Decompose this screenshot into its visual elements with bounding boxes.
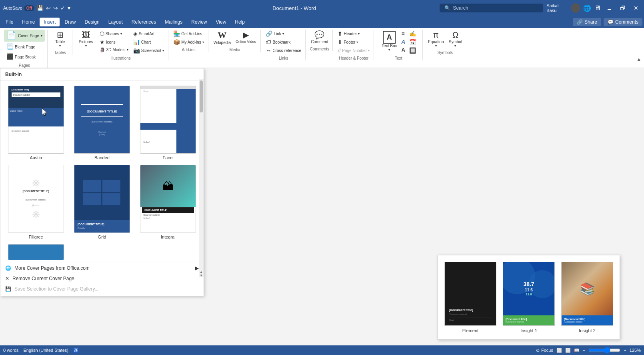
- bookmark-button[interactable]: 🏷 Bookmark: [264, 38, 303, 46]
- globe-icon[interactable]: 🌐: [583, 4, 591, 12]
- cover-scrollbar-thumb[interactable]: [200, 80, 203, 112]
- accessibility-icon[interactable]: ♿: [73, 348, 79, 348]
- view-reader-icon[interactable]: 📖: [574, 348, 580, 348]
- win-restore[interactable]: 🗗: [618, 5, 628, 11]
- menu-view[interactable]: View: [212, 18, 230, 26]
- insight-name-insight2: Insight 2: [579, 328, 596, 333]
- redo-icon[interactable]: ↪: [53, 5, 58, 11]
- wordart-button[interactable]: A: [400, 38, 406, 46]
- pictures-button[interactable]: 🖼 Pictures ▾: [76, 30, 96, 49]
- autosave-state: Off: [26, 6, 32, 10]
- comment-button[interactable]: 💬 Comment: [309, 30, 330, 45]
- menu-insert[interactable]: Insert: [40, 18, 60, 26]
- illustrations-group-label: Illustrations: [76, 56, 166, 60]
- scroll-up-icon[interactable]: ▲: [200, 270, 203, 274]
- object-button[interactable]: 🔲: [408, 46, 418, 54]
- wikipedia-button[interactable]: W Wikipedia: [212, 30, 233, 46]
- view-web-icon[interactable]: ⬜: [565, 348, 571, 348]
- cover-template-facet[interactable]: [Document Title] [Author] [Date] Facet: [138, 86, 199, 160]
- equation-button[interactable]: π Equation ▾: [426, 30, 446, 49]
- undo-icon[interactable]: ↩: [46, 5, 51, 11]
- win-minimize[interactable]: 🗕: [604, 5, 614, 11]
- insight-item-insight2[interactable]: 📚 [Document title] [Company name] Insigh…: [561, 262, 613, 333]
- blank-page-icon: 📃: [6, 44, 13, 49]
- links-group-label: Links: [264, 56, 303, 60]
- screenshot-button[interactable]: 📷 Screenshot ▾: [132, 46, 166, 54]
- cover-dropdown-scrollbar[interactable]: ▲ ▼: [199, 79, 204, 277]
- icons-button[interactable]: ★ Icons: [98, 38, 130, 46]
- scroll-down-icon[interactable]: ▼: [200, 274, 203, 277]
- menu-layout[interactable]: Layout: [104, 18, 127, 26]
- wikipedia-icon: W: [218, 31, 226, 40]
- ribbon-collapse-button[interactable]: ▲: [635, 55, 642, 63]
- comments-group-label: Comments: [309, 47, 330, 51]
- share-button[interactable]: 🔗Share: [573, 18, 601, 26]
- cross-reference-button[interactable]: ↔ Cross-reference: [264, 46, 303, 54]
- menu-mailings[interactable]: Mailings: [161, 18, 186, 26]
- shapes-button[interactable]: ⬡ Shapes ▾: [98, 30, 130, 38]
- menu-references[interactable]: References: [128, 18, 160, 26]
- page-number-button[interactable]: # Page Number ▾: [336, 46, 371, 54]
- win-close[interactable]: ✕: [631, 5, 641, 11]
- cover-template-ion[interactable]: [5, 244, 66, 260]
- insight-thumb-insight2: 📚 [Document title] [Company name]: [561, 262, 613, 326]
- menu-draw[interactable]: Draw: [60, 18, 80, 26]
- cover-template-integral[interactable]: 🏔 [DOCUMENT TITLE] [Document subtitle] […: [138, 165, 199, 239]
- cover-template-austin[interactable]: [Document title] [Document subtitle] [Au…: [5, 86, 66, 160]
- text-box-button[interactable]: A Text Box ▾: [380, 30, 399, 53]
- menu-help[interactable]: Help: [231, 18, 249, 26]
- 3d-models-label: 3D Models: [106, 48, 126, 52]
- online-video-button[interactable]: ▶ Online Video: [234, 30, 258, 45]
- my-addins-button[interactable]: 📦 My Add-ins ▾: [172, 38, 205, 46]
- addins-group-label: Add-ins: [172, 48, 205, 52]
- more-covers-icon: 🌐: [5, 265, 11, 271]
- autosave-toggle[interactable]: Off: [24, 5, 34, 11]
- focus-button[interactable]: ⊙ Focus: [536, 348, 553, 348]
- cover-name-integral: Integral: [161, 235, 176, 239]
- link-button[interactable]: 🔗 Link ▾: [264, 30, 303, 38]
- symbol-button[interactable]: Ω Symbol ▾: [446, 30, 464, 49]
- insight-item-element[interactable]: [Document title] [Company name] [Date] E…: [444, 262, 496, 333]
- blank-page-button[interactable]: 📃 Blank Page: [4, 42, 45, 52]
- table-icon: ⊞: [57, 31, 64, 39]
- signature-button[interactable]: ✍: [408, 30, 418, 38]
- cover-template-banded[interactable]: [DOCUMENT TITLE] [Document subtitle] [Au…: [71, 86, 132, 160]
- monitor-icon[interactable]: 🖥: [594, 4, 601, 12]
- menu-review[interactable]: Review: [187, 18, 211, 26]
- 3d-models-icon: 🗿: [100, 47, 105, 52]
- remove-cover-item[interactable]: ✕ Remove Current Cover Page: [0, 273, 204, 284]
- get-addins-button[interactable]: 🏪 Get Add-ins: [172, 30, 205, 38]
- text-box-label: Text Box: [382, 44, 397, 48]
- more-covers-item[interactable]: 🌐 More Cover Pages from Office.com ▶: [0, 263, 204, 273]
- view-print-icon[interactable]: ⬜: [556, 348, 562, 348]
- spellcheck-icon[interactable]: ✓: [60, 5, 65, 11]
- page-break-button[interactable]: ⬛ Page Break: [4, 52, 45, 62]
- zoom-slider[interactable]: [588, 347, 620, 348]
- cover-template-grid[interactable]: [DOCUMENT TITLE] [Subtitle] Grid: [71, 165, 132, 239]
- bookmark-icon: 🏷: [266, 39, 271, 45]
- symbols-group-label: Symbols: [426, 50, 464, 55]
- autosave-area[interactable]: AutoSave Off: [3, 5, 34, 11]
- footer-button[interactable]: ⬇ Footer ▾: [336, 38, 371, 46]
- table-button[interactable]: ⊞ Table ▾: [51, 30, 69, 49]
- comment-icon: 💬: [314, 31, 324, 39]
- chart-button[interactable]: 📊 Chart: [132, 38, 166, 46]
- save-icon[interactable]: 💾: [37, 5, 44, 11]
- cover-template-filigree[interactable]: ❋ [DOCUMENT TITLE] [Document subtitle] […: [5, 165, 66, 239]
- menu-design[interactable]: Design: [80, 18, 103, 26]
- datetime-button[interactable]: 📅: [408, 38, 418, 46]
- menu-home[interactable]: Home: [18, 18, 39, 26]
- comments-button[interactable]: 💬Comments: [604, 18, 642, 26]
- ribbon-group-tables: ⊞ Table ▾ Tables: [48, 30, 72, 55]
- title-search-bar[interactable]: 🔍 Search: [440, 4, 543, 12]
- more-icon[interactable]: ▾: [68, 5, 70, 11]
- smartart-button[interactable]: ◈ SmartArt: [132, 30, 166, 38]
- header-button[interactable]: ⬆ Header ▾: [336, 30, 371, 38]
- 3d-models-button[interactable]: 🗿 3D Models ▾: [98, 46, 130, 53]
- cover-page-button[interactable]: 📄 Cover Page ▾: [4, 30, 45, 42]
- header-footer-group-label: Header & Footer: [336, 56, 371, 60]
- menu-file[interactable]: File: [2, 18, 17, 26]
- dropcap-button[interactable]: A: [400, 46, 406, 54]
- quick-parts-button[interactable]: ≡: [400, 30, 406, 38]
- insight-item-insight1[interactable]: 38.7 11.6 31.8 [Document title] [Company…: [503, 262, 555, 333]
